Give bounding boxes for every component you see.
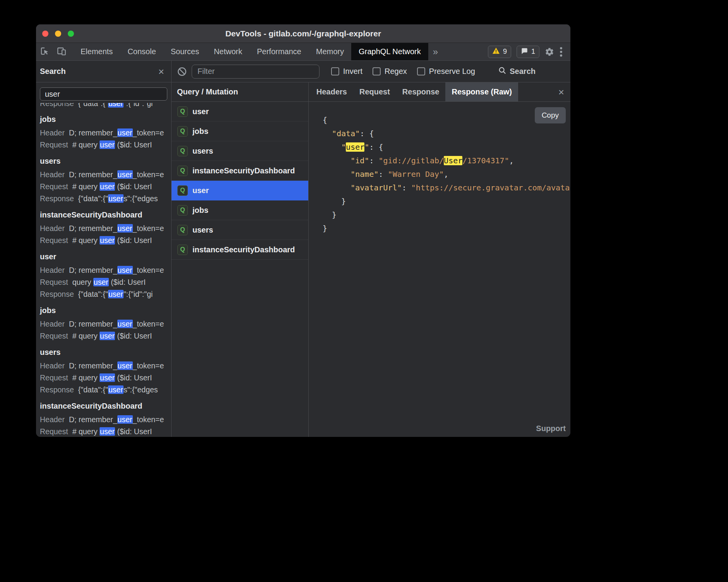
search-result-row[interactable]: Request# query user ($id: UserI [40, 330, 171, 342]
code-token: " [364, 142, 369, 152]
devtools-tab-performance[interactable]: Performance [250, 43, 309, 60]
details-tab-response-raw[interactable]: Response (Raw) [445, 82, 518, 101]
code-token [323, 142, 341, 152]
query-list-item[interactable]: QinstanceSecurityDashboard [172, 161, 308, 181]
query-badge-icon: Q [177, 245, 188, 255]
devtools-tab-sources[interactable]: Sources [163, 43, 206, 60]
checkbox-icon[interactable] [331, 67, 339, 75]
details-tab-request[interactable]: Request [353, 82, 396, 101]
search-result-row[interactable]: Request# query user ($id: UserI [40, 181, 171, 193]
close-search-panel-icon[interactable]: × [158, 67, 164, 77]
search-result-row[interactable]: HeaderD; remember_user_token=e [40, 360, 171, 372]
search-result-row[interactable]: Response{"data":{"users":{"edges [40, 384, 171, 396]
device-toolbar-button[interactable] [53, 43, 70, 60]
search-result-row[interactable]: HeaderD; remember_user_token=e [40, 169, 171, 181]
devtools-tab-network[interactable]: Network [206, 43, 249, 60]
result-text: _token=e [133, 128, 164, 137]
devtools-tab-memory[interactable]: Memory [309, 43, 351, 60]
zoom-window-button[interactable] [68, 31, 74, 37]
result-label: Request [40, 332, 68, 340]
result-text: D; remember_ [69, 170, 117, 179]
checkbox-icon[interactable] [373, 67, 381, 75]
query-list-item[interactable]: QinstanceSecurityDashboard [172, 240, 308, 260]
result-label: Response [40, 194, 74, 203]
search-match-highlight: user [100, 373, 115, 382]
support-link[interactable]: Support [536, 424, 566, 433]
kebab-menu-icon[interactable] [560, 47, 563, 57]
query-list-item[interactable]: Qjobs [172, 122, 308, 141]
result-text: ":{"id":"gi [124, 290, 153, 298]
search-result-row[interactable]: HeaderD; remember_user_token=e [40, 127, 171, 139]
query-list-item[interactable]: Qusers [172, 141, 308, 161]
minimize-window-button[interactable] [55, 31, 61, 37]
search-result-group-title[interactable]: instanceSecurityDashboard [40, 209, 171, 220]
main-toolbar: ElementsConsoleSourcesNetworkPerformance… [36, 43, 570, 61]
settings-gear-icon[interactable] [545, 47, 554, 56]
devtools-tab-console[interactable]: Console [120, 43, 163, 60]
more-tabs-button[interactable]: » [428, 43, 443, 60]
result-text: D; remember_ [69, 361, 117, 370]
network-search-control[interactable]: Search [498, 66, 536, 77]
search-match-highlight: user [117, 415, 133, 424]
filter-option-preserve-log[interactable]: Preserve Log [417, 67, 475, 76]
result-text: ":{"id":"gi [124, 103, 153, 108]
code-token: /13704317" [462, 156, 509, 165]
query-list-item[interactable]: Qjobs [172, 200, 308, 220]
inspect-element-button[interactable] [36, 43, 53, 60]
search-result-row[interactable]: Request# query user ($id: UserI [40, 426, 171, 437]
query-list-item[interactable]: Qusers [172, 220, 308, 240]
query-list-item[interactable]: Quser [172, 181, 308, 200]
messages-badge[interactable]: 1 [517, 46, 539, 58]
result-text: # query [72, 373, 100, 382]
search-result-row[interactable]: HeaderD; remember_user_token=e [40, 414, 171, 426]
result-text: D; remember_ [69, 128, 117, 137]
search-result-row[interactable]: Request# query user ($id: UserI [40, 372, 171, 384]
result-label: Header [40, 361, 65, 370]
filter-option-regex[interactable]: Regex [373, 67, 407, 76]
checkbox-icon[interactable] [417, 67, 425, 75]
search-result-row[interactable]: HeaderD; remember_user_token=e [40, 318, 171, 330]
search-result-group-title[interactable]: instanceSecurityDashboard [40, 401, 171, 411]
search-result-group-title[interactable]: jobs [40, 305, 171, 316]
close-window-button[interactable] [42, 31, 48, 37]
details-tab-response[interactable]: Response [396, 82, 446, 101]
search-result-group-title[interactable]: users [40, 347, 171, 358]
result-text: _token=e [133, 415, 164, 424]
search-result-row[interactable]: Request# query user ($id: UserI [40, 235, 171, 246]
search-input[interactable] [40, 87, 167, 101]
search-result-row[interactable]: HeaderD; remember_user_token=e [40, 223, 171, 235]
search-match-highlight: user [117, 224, 133, 233]
devtools-tab-elements[interactable]: Elements [73, 43, 120, 60]
result-label: Response [40, 290, 74, 298]
result-text: D; remember_ [69, 415, 117, 424]
search-result-group-title[interactable]: user [40, 251, 171, 262]
clear-requests-icon[interactable] [177, 67, 187, 77]
copy-button[interactable]: Copy [535, 107, 566, 123]
search-match-highlight: user [117, 320, 133, 328]
search-result-row[interactable]: Response{"data":{"user":{"id":"gi [40, 288, 171, 300]
search-result-group-title[interactable]: jobs [40, 114, 171, 125]
result-text: ($id: UserI [115, 140, 152, 149]
query-list-item[interactable]: Quser [172, 102, 308, 122]
filter-input[interactable] [192, 65, 319, 79]
result-label: Header [40, 320, 65, 328]
search-result-row[interactable]: Requestquery user ($id: UserI [40, 276, 171, 288]
devtools-tab-graphql-network[interactable]: GraphQL Network [351, 43, 428, 60]
search-control-label: Search [510, 67, 536, 76]
warnings-badge[interactable]: 9 [488, 46, 511, 58]
search-result-group-title[interactable]: users [40, 156, 171, 166]
message-count: 1 [531, 48, 535, 56]
query-badge-icon: Q [177, 225, 188, 235]
search-result-row[interactable]: HeaderD; remember_user_token=e [40, 264, 171, 276]
close-details-icon-wrap: × [558, 82, 570, 101]
filter-option-invert[interactable]: Invert [331, 67, 362, 76]
code-token: : [402, 183, 411, 192]
details-tab-headers[interactable]: Headers [310, 82, 353, 101]
close-details-icon[interactable]: × [558, 87, 564, 97]
result-label: Header [40, 266, 65, 274]
search-result-row[interactable]: Response{"data":{"users":{"edges [40, 193, 171, 205]
code-token: : { [369, 142, 383, 152]
result-text: {"data":{" [78, 385, 108, 394]
search-result-row[interactable]: Request# query user ($id: UserI [40, 139, 171, 151]
search-result-row-clipped[interactable]: Response{"data":{"user":{"id":"gi [40, 103, 171, 109]
